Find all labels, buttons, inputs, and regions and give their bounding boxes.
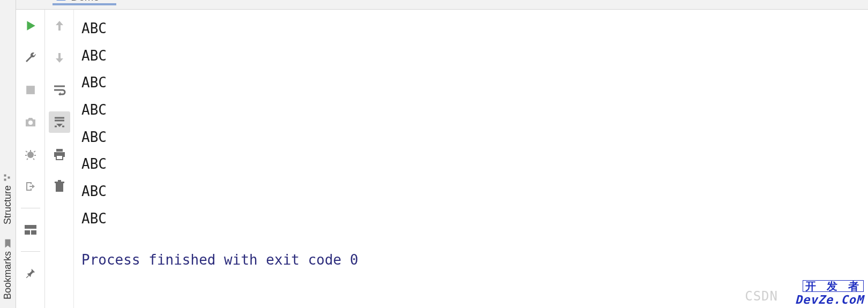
scroll-to-end-button[interactable] (49, 111, 70, 133)
console-line: ABC (81, 205, 860, 232)
wrench-icon (24, 51, 37, 64)
run-toolbar-secondary (45, 10, 74, 308)
soft-wrap-button[interactable] (49, 79, 70, 101)
scroll-to-end-icon (53, 116, 66, 128)
trash-icon (54, 180, 65, 193)
bookmark-icon (4, 238, 12, 249)
bookmarks-label: Bookmarks (2, 251, 13, 299)
pin-button[interactable] (20, 262, 41, 284)
svg-point-6 (28, 121, 33, 125)
soft-wrap-icon (53, 85, 66, 95)
camera-icon (24, 116, 37, 128)
svg-point-7 (27, 152, 34, 158)
console-line: ABC (81, 15, 860, 42)
structure-tool-tab[interactable]: Structure (2, 169, 13, 229)
run-panel-header: Run: Demo ✕ (16, 0, 868, 10)
console-line: ABC (81, 69, 860, 96)
run-tab-label: Demo (71, 0, 99, 2)
clear-all-button[interactable] (49, 176, 70, 197)
watermark: CSDN 开 发 者 DevZe.CoM (795, 278, 864, 306)
structure-icon (4, 172, 12, 183)
arrow-down-icon (54, 51, 65, 64)
svg-rect-11 (56, 149, 63, 152)
exit-button[interactable] (20, 176, 41, 197)
console-line: ABC (81, 124, 860, 151)
print-icon (53, 148, 66, 160)
svg-rect-16 (58, 180, 61, 182)
watermark-kfz: 开 发 者 (803, 280, 864, 292)
svg-rect-9 (25, 230, 30, 235)
exit-icon (24, 180, 37, 193)
play-icon (25, 20, 36, 32)
arrow-up-icon (54, 19, 65, 32)
run-toolbar-primary (16, 10, 45, 308)
console-output[interactable]: ABCABCABCABCABCABCABCABC Process finishe… (74, 10, 868, 308)
run-button[interactable] (20, 15, 41, 36)
console-line: ABC (81, 178, 860, 205)
previous-button[interactable] (49, 15, 70, 36)
stop-button[interactable] (20, 79, 41, 101)
svg-rect-15 (55, 182, 64, 183)
exit-message: Process finished with exit code 0 (81, 246, 860, 274)
svg-rect-14 (56, 183, 63, 192)
structure-label: Structure (2, 185, 13, 224)
layout-icon (25, 225, 36, 235)
svg-rect-0 (4, 174, 6, 176)
stop-icon (26, 85, 35, 95)
bookmarks-tool-tab[interactable]: Bookmarks (2, 235, 13, 304)
console-line: ABC (81, 42, 860, 70)
svg-rect-8 (25, 225, 36, 229)
settings-button[interactable] (20, 47, 41, 69)
console-line: ABC (81, 151, 860, 178)
next-button[interactable] (49, 47, 70, 69)
bug-icon (24, 148, 37, 161)
application-icon (56, 0, 66, 2)
svg-rect-13 (56, 155, 63, 160)
run-tab-demo[interactable]: Demo ✕ (53, 0, 116, 5)
toolbar-separator (21, 251, 40, 252)
console-line: ABC (81, 96, 860, 124)
print-button[interactable] (49, 144, 70, 165)
layout-button[interactable] (20, 219, 41, 241)
svg-rect-2 (8, 176, 10, 178)
close-icon[interactable]: ✕ (104, 0, 111, 1)
toolbar-separator (21, 208, 40, 208)
watermark-devze: DevZe.CoM (795, 293, 864, 306)
svg-rect-1 (4, 178, 6, 181)
svg-rect-5 (26, 86, 35, 94)
pin-icon (25, 267, 36, 279)
debug-button[interactable] (20, 144, 41, 165)
side-tool-tabs: Structure Bookmarks (0, 0, 16, 308)
dump-threads-button[interactable] (20, 111, 41, 133)
watermark-csdn: CSDN (745, 290, 778, 303)
svg-rect-10 (31, 230, 36, 235)
